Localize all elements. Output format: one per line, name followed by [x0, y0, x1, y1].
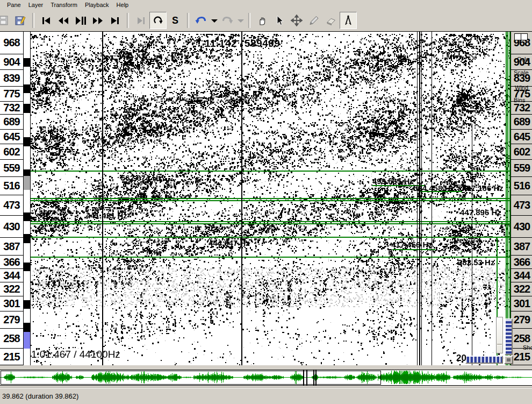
- solo-icon: S: [172, 16, 178, 25]
- measure-tool-button[interactable]: [340, 12, 357, 29]
- freq-tick-label: 366: [511, 256, 532, 269]
- erase-tool-button[interactable]: [322, 12, 340, 29]
- freq-tick-label: 430: [511, 216, 532, 238]
- vertical-zoom-slider[interactable]: [496, 317, 503, 353]
- freq-tick-label: 516: [511, 177, 532, 195]
- freq-tick-label: 689: [511, 115, 532, 130]
- export-annotation-button[interactable]: [12, 12, 29, 29]
- visible-region-box[interactable]: [1, 371, 381, 385]
- piano-black-key: [24, 263, 30, 271]
- freq-tick-label: 301: [0, 296, 23, 311]
- freq-tick-label: 904: [511, 54, 532, 70]
- overview-playhead-marker[interactable]: [313, 370, 317, 386]
- piano-black-key: [24, 212, 30, 221]
- save-session-button[interactable]: [0, 12, 12, 29]
- measurement-label: 417.456 Hz: [391, 240, 433, 249]
- menu-playback[interactable]: Playback: [81, 1, 113, 9]
- freq-tick-label: 344: [511, 269, 532, 282]
- freq-tick-label: 689: [0, 115, 23, 130]
- freq-tick-label: 430: [0, 216, 23, 238]
- freq-tick-label: 602: [511, 144, 532, 160]
- undo-button[interactable]: [192, 12, 210, 29]
- loop-playback-button[interactable]: [149, 12, 167, 29]
- menu-layer[interactable]: Layer: [25, 1, 47, 9]
- menu-transform[interactable]: Transform: [47, 1, 81, 9]
- play-pause-icon: [75, 15, 87, 26]
- undo-icon: [195, 15, 207, 26]
- draw-tool-button[interactable]: [305, 12, 322, 29]
- freq-tick-label: 645: [511, 130, 532, 144]
- freq-tick-label: 473: [0, 195, 23, 216]
- horizontal-zoom-thumbwheel[interactable]: [465, 356, 503, 364]
- rewind-icon: [57, 15, 69, 26]
- edit-tool-button[interactable]: [288, 12, 305, 29]
- play-selection-button[interactable]: [132, 12, 149, 29]
- piano-black-key: [24, 137, 30, 146]
- freq-tick-label: 387: [0, 238, 23, 256]
- rewind-to-start-button[interactable]: [38, 12, 55, 29]
- freq-tick-label: 215: [511, 349, 532, 365]
- zoom-reset-button[interactable]: [504, 356, 513, 364]
- solo-playback-button[interactable]: S: [167, 12, 184, 29]
- compass-icon: [342, 15, 354, 26]
- statusbar-text: 39.862 (duration 39.862): [2, 392, 78, 400]
- piano-highlight-key-blue: [24, 332, 30, 349]
- go-to-end-button[interactable]: [106, 12, 124, 29]
- freq-tick-label: 775: [0, 87, 23, 102]
- cursor-time-label: 11.142: [205, 38, 237, 49]
- measurement-label: 562.674 Hz: [121, 173, 162, 182]
- fast-forward-button[interactable]: [89, 12, 106, 29]
- measurement-label: 497.166 Hz: [462, 183, 504, 193]
- vertical-zoom-thumbwheel[interactable]: [505, 318, 513, 355]
- piano-highlight-key-gray: [24, 176, 30, 190]
- redo-history-button[interactable]: [236, 12, 245, 29]
- measurement-label: 504.458 Hz: [413, 183, 455, 193]
- play-selection-icon: [135, 15, 147, 26]
- caret-down-icon: [235, 15, 247, 26]
- redo-button[interactable]: [219, 12, 236, 29]
- cursor-frame-label: 589409: [245, 38, 280, 49]
- measurement-label: 444.647 Hz: [209, 238, 250, 247]
- measurement-label: 441.421 Hz: [86, 211, 127, 220]
- freq-tick-label: 322: [511, 282, 532, 296]
- spectrogram-cursor-line: [472, 124, 472, 365]
- freq-tick-label: 279: [0, 311, 23, 329]
- freq-tick-label: 279: [511, 311, 532, 329]
- freq-tick-label: 473: [511, 195, 532, 216]
- skip-back-icon: [40, 15, 52, 26]
- spectrogram-cursor-line: [102, 32, 103, 365]
- toolbar-separator: [127, 13, 129, 28]
- piano-black-key: [24, 58, 30, 67]
- freq-tick-label: 839: [511, 70, 532, 87]
- toolbar-separator: [32, 13, 34, 28]
- freq-tick-label: 559: [0, 160, 23, 177]
- fast-forward-icon: [92, 15, 104, 26]
- frequency-axis-left: 9689048397757326896456025595164734303873…: [0, 32, 24, 365]
- spectrogram-cursor-line: [241, 32, 242, 365]
- measure-line-vertical: [506, 32, 507, 365]
- undo-history-button[interactable]: [210, 12, 219, 29]
- play-pause-button[interactable]: [72, 12, 89, 29]
- piano-black-key: [24, 323, 30, 332]
- piano-keyboard-strip: [24, 32, 31, 365]
- move-icon: [291, 15, 303, 26]
- freq-tick-label: 602: [0, 144, 23, 160]
- overview-playhead-marker[interactable]: [303, 370, 307, 386]
- freq-tick-label: 516: [0, 177, 23, 195]
- menu-help[interactable]: Help: [113, 1, 133, 9]
- spectrogram-cursor-line: [432, 32, 432, 365]
- navigate-tool-button[interactable]: [254, 12, 271, 29]
- rewind-button[interactable]: [55, 12, 72, 29]
- freq-tick-label: 775: [511, 87, 532, 102]
- skip-forward-icon: [109, 15, 121, 26]
- slider-notch: [497, 344, 502, 345]
- menu-pane[interactable]: Pane: [3, 1, 25, 9]
- loop-icon: [152, 15, 164, 26]
- piano-black-key: [24, 234, 30, 243]
- spectrogram-cursor-line: [421, 32, 422, 365]
- property-box-toggle-2[interactable]: [521, 33, 528, 40]
- frequency-axis-right: ColoScaleWindBinsSho96890483977573268964…: [511, 32, 532, 365]
- select-tool-button[interactable]: [271, 12, 288, 29]
- freq-tick-label: 258: [0, 329, 23, 349]
- statusbar-divider-highlight: [0, 388, 532, 388]
